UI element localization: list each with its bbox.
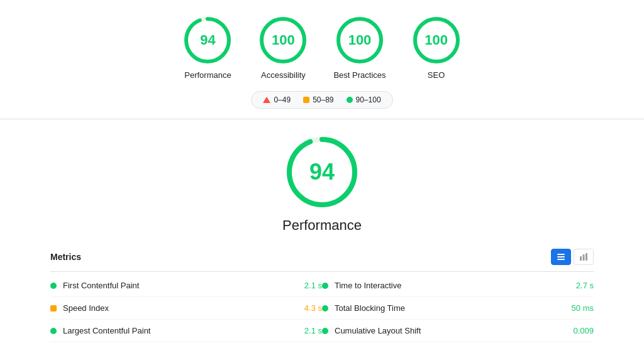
- score-item-best-practices: 100 Best Practices: [333, 15, 386, 80]
- list-view-button[interactable]: [551, 249, 571, 265]
- orange-square-icon: [303, 97, 309, 103]
- legend-row: 0–49 50–89 90–100: [251, 91, 392, 109]
- score-circle-performance: 94: [182, 15, 233, 65]
- metric-value-tti: 2.7 s: [576, 281, 594, 290]
- metric-row-si: Speed Index 4.3 s: [50, 297, 322, 320]
- metric-dot-cls: [322, 328, 328, 334]
- metrics-title: Metrics: [50, 252, 81, 262]
- score-value-seo: 100: [425, 32, 448, 48]
- metric-row-tti: Time to Interactive 2.7 s: [322, 274, 594, 297]
- svg-rect-15: [586, 253, 587, 261]
- svg-rect-11: [557, 256, 565, 258]
- score-label-best-practices: Best Practices: [333, 70, 386, 80]
- score-circle-accessibility: 100: [258, 15, 308, 65]
- metric-row-lcp: Largest Contentful Paint 2.1 s: [50, 320, 322, 342]
- main-section: 94 Performance Metrics: [0, 119, 644, 355]
- metric-dot-lcp: [50, 328, 57, 334]
- legend-item-green: 90–100: [347, 95, 381, 104]
- score-item-performance: 94 Performance: [182, 15, 233, 80]
- metrics-header: Metrics: [50, 249, 594, 272]
- score-value-best-practices: 100: [348, 32, 372, 48]
- score-item-seo: 100 SEO: [411, 15, 462, 80]
- metric-value-fcp: 2.1 s: [304, 281, 322, 290]
- main-score-circle: 94: [284, 134, 360, 210]
- metric-value-tbt: 50 ms: [572, 303, 594, 313]
- metric-name-lcp: Largest Contentful Paint: [63, 326, 299, 335]
- score-value-accessibility: 100: [272, 32, 295, 48]
- score-value-performance: 94: [200, 32, 215, 48]
- metric-row-cls: Cumulative Layout Shift 0.009: [322, 320, 594, 342]
- metric-name-tti: Time to Interactive: [335, 281, 571, 290]
- red-triangle-icon: [263, 97, 270, 103]
- view-toggle: [551, 249, 594, 265]
- main-score-value: 94: [309, 159, 335, 185]
- score-label-performance: Performance: [184, 70, 231, 80]
- metric-dot-tti: [322, 283, 328, 289]
- svg-rect-10: [557, 254, 565, 255]
- svg-rect-14: [583, 254, 585, 261]
- score-label-seo: SEO: [428, 70, 445, 80]
- metric-row-tbt: Total Blocking Time 50 ms: [322, 297, 594, 320]
- metric-value-lcp: 2.1 s: [304, 326, 322, 335]
- metric-value-cls: 0.009: [573, 326, 594, 335]
- legend-item-orange: 50–89: [303, 95, 333, 104]
- svg-rect-13: [580, 256, 582, 261]
- score-label-accessibility: Accessibility: [261, 70, 306, 80]
- metric-name-fcp: First Contentful Paint: [63, 281, 299, 290]
- metric-name-tbt: Total Blocking Time: [335, 303, 567, 313]
- legend-label-orange: 50–89: [313, 95, 333, 104]
- metrics-section: Metrics: [50, 249, 594, 342]
- legend-item-red: 0–49: [263, 95, 291, 104]
- main-score-title: Performance: [282, 217, 362, 234]
- top-scores-section: 94 Performance 100 Accessibility: [0, 0, 644, 119]
- legend-label-green: 90–100: [356, 95, 381, 104]
- legend-label-red: 0–49: [274, 95, 291, 104]
- metric-dot-fcp: [50, 283, 57, 289]
- chart-view-button[interactable]: [574, 249, 594, 265]
- metric-name-cls: Cumulative Layout Shift: [335, 326, 568, 335]
- svg-rect-12: [557, 259, 565, 260]
- metric-dot-tbt: [322, 305, 328, 312]
- metric-row-fcp: First Contentful Paint 2.1 s: [50, 274, 322, 297]
- score-circle-seo: 100: [411, 15, 462, 65]
- green-circle-icon: [347, 97, 353, 103]
- score-item-accessibility: 100 Accessibility: [258, 15, 308, 80]
- scores-row: 94 Performance 100 Accessibility: [182, 15, 461, 80]
- metric-dot-si: [50, 305, 57, 312]
- metrics-grid: First Contentful Paint 2.1 s Time to Int…: [50, 274, 594, 342]
- score-circle-best-practices: 100: [335, 15, 385, 65]
- main-score-container: 94 Performance: [50, 134, 594, 234]
- metric-name-si: Speed Index: [63, 303, 299, 313]
- metric-value-si: 4.3 s: [304, 303, 322, 313]
